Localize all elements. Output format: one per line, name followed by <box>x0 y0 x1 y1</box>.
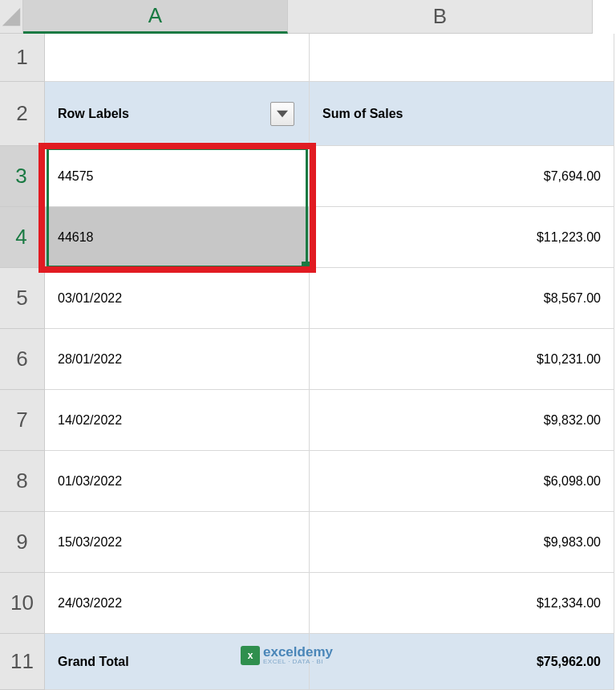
cell-value: $8,567.00 <box>544 291 601 306</box>
row-header-4[interactable]: 4 <box>0 207 45 268</box>
cell-value: $6,098.00 <box>544 474 601 489</box>
cell-B6[interactable]: $10,231.00 <box>310 329 614 390</box>
cell-A4[interactable]: 44618 <box>45 207 310 268</box>
cell-A5[interactable]: 03/01/2022 <box>45 268 310 329</box>
cell-A8[interactable]: 01/03/2022 <box>45 451 310 512</box>
cell-B2-sum-of-sales-header[interactable]: Sum of Sales <box>310 82 614 146</box>
row-labels-text: Row Labels <box>58 107 129 121</box>
sum-of-sales-text: Sum of Sales <box>322 107 403 121</box>
cell-value: $11,223.00 <box>537 230 601 245</box>
row-header-5[interactable]: 5 <box>0 268 45 329</box>
grand-total-value: $75,962.00 <box>537 655 601 669</box>
row-header-7[interactable]: 7 <box>0 390 45 451</box>
cell-B9[interactable]: $9,983.00 <box>310 512 614 573</box>
row-header-1[interactable]: 1 <box>0 34 45 82</box>
cell-A3[interactable]: 44575 <box>45 146 310 207</box>
cell-value: 01/03/2022 <box>58 474 122 489</box>
cell-A2-row-labels-header[interactable]: Row Labels <box>45 82 310 146</box>
cell-value: $7,694.00 <box>544 169 601 184</box>
watermark-sub: EXCEL · DATA · BI <box>263 659 333 665</box>
cell-value: 15/03/2022 <box>58 535 122 550</box>
cell-B11-grand-total-value[interactable]: $75,962.00 <box>310 634 614 690</box>
cell-A7[interactable]: 14/02/2022 <box>45 390 310 451</box>
cell-A1[interactable] <box>45 34 310 82</box>
row-header-11[interactable]: 11 <box>0 634 45 690</box>
row-header-6[interactable]: 6 <box>0 329 45 390</box>
watermark-main: exceldemy <box>263 645 333 659</box>
select-all-corner[interactable] <box>0 0 23 34</box>
cell-value: $10,231.00 <box>537 352 601 367</box>
watermark: x exceldemy EXCEL · DATA · BI <box>241 645 333 665</box>
grand-total-label: Grand Total <box>58 655 129 669</box>
cell-value: 44618 <box>58 230 94 245</box>
cell-A10[interactable]: 24/03/2022 <box>45 573 310 634</box>
cell-A6[interactable]: 28/01/2022 <box>45 329 310 390</box>
row-header-9[interactable]: 9 <box>0 512 45 573</box>
cell-B8[interactable]: $6,098.00 <box>310 451 614 512</box>
cell-B7[interactable]: $9,832.00 <box>310 390 614 451</box>
cell-value: 24/03/2022 <box>58 596 122 611</box>
row-header-10[interactable]: 10 <box>0 573 45 634</box>
pivot-filter-dropdown[interactable] <box>270 102 294 126</box>
cell-value: 03/01/2022 <box>58 291 122 306</box>
cell-value: 14/02/2022 <box>58 413 122 428</box>
column-header-A[interactable]: A <box>23 0 288 34</box>
cell-A9[interactable]: 15/03/2022 <box>45 512 310 573</box>
cell-B5[interactable]: $8,567.00 <box>310 268 614 329</box>
cell-B1[interactable] <box>310 34 614 82</box>
cell-value: $9,832.00 <box>544 413 601 428</box>
column-header-B[interactable]: B <box>288 0 593 34</box>
row-header-8[interactable]: 8 <box>0 451 45 512</box>
spreadsheet-viewport[interactable]: A B 1 2 Row Labels Sum of Sales 3 44575 … <box>0 0 616 690</box>
cell-B10[interactable]: $12,334.00 <box>310 573 614 634</box>
row-header-3[interactable]: 3 <box>0 146 45 207</box>
cell-value: $9,983.00 <box>544 535 601 550</box>
cell-value: 28/01/2022 <box>58 352 122 367</box>
cell-B3[interactable]: $7,694.00 <box>310 146 614 207</box>
row-header-2[interactable]: 2 <box>0 82 45 146</box>
watermark-logo-icon: x <box>241 646 260 665</box>
cell-B4[interactable]: $11,223.00 <box>310 207 614 268</box>
cell-value: 44575 <box>58 169 94 184</box>
cell-value: $12,334.00 <box>537 596 601 611</box>
